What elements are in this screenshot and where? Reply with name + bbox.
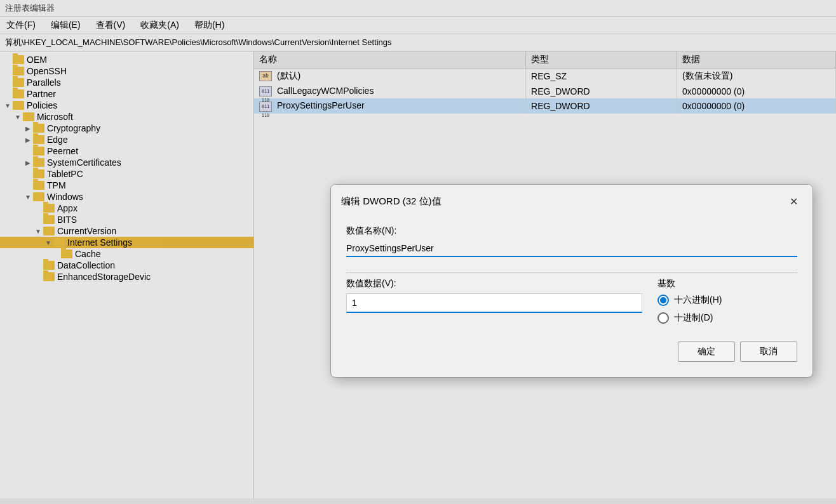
radio-group: 十六进制(H) 十进制(D): [657, 295, 797, 324]
radio-decimal-label: 十进制(D): [674, 312, 713, 324]
radio-hex-label: 十六进制(H): [674, 295, 722, 306]
base-section: 基数 十六进制(H) 十进制(D): [657, 278, 797, 324]
value-field-label: 数值数据(V):: [346, 278, 642, 289]
divider: [346, 272, 797, 273]
cancel-button[interactable]: 取消: [740, 342, 797, 362]
dialog-close-button[interactable]: ✕: [785, 192, 802, 210]
dialog-titlebar: 编辑 DWORD (32 位)值 ✕: [331, 185, 812, 215]
base-label: 基数: [657, 278, 797, 289]
value-section: 数值数据(V):: [346, 278, 642, 324]
radio-decimal[interactable]: 十进制(D): [657, 312, 797, 324]
value-input[interactable]: [346, 293, 642, 313]
dialog-title: 编辑 DWORD (32 位)值: [341, 196, 442, 208]
edit-dword-dialog: 编辑 DWORD (32 位)值 ✕ 数值名称(N): 数值数据(V): 基数 …: [330, 184, 813, 378]
name-field-label: 数值名称(N):: [346, 225, 797, 237]
radio-decimal-circle: [657, 312, 669, 324]
radio-hex[interactable]: 十六进制(H): [657, 295, 797, 306]
dialog-row: 数值数据(V): 基数 十六进制(H) 十进制(D): [346, 278, 797, 324]
radio-hex-circle: [657, 295, 669, 306]
dialog-buttons: 确定 取消: [346, 342, 797, 362]
dialog-overlay: 编辑 DWORD (32 位)值 ✕ 数值名称(N): 数值数据(V): 基数 …: [0, 0, 836, 498]
name-input[interactable]: [346, 241, 797, 257]
dialog-body: 数值名称(N): 数值数据(V): 基数 十六进制(H): [331, 215, 812, 377]
ok-button[interactable]: 确定: [678, 342, 735, 362]
